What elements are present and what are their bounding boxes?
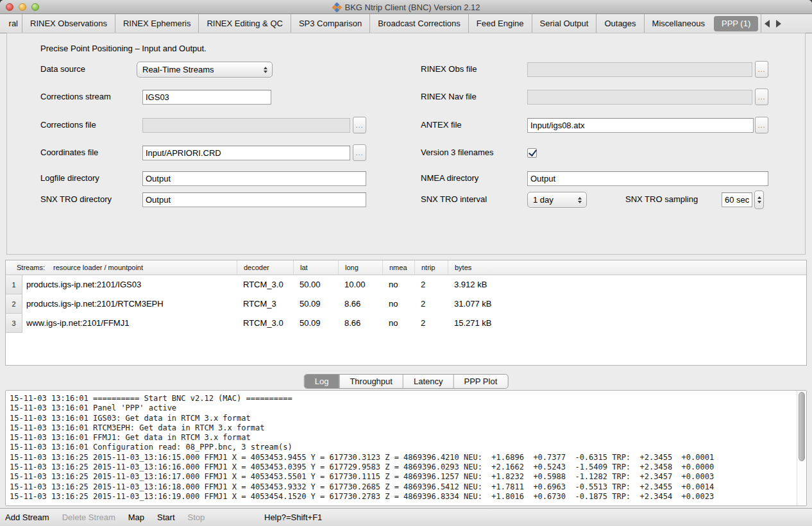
tab-label: SP3 Comparison — [299, 19, 362, 28]
stop-button: Stop — [188, 513, 205, 522]
header-lat[interactable]: lat — [293, 260, 338, 275]
bnc-logo-icon — [332, 3, 342, 12]
cell-lat: 50.00 — [293, 275, 338, 294]
data-source-dropdown[interactable]: Real-Time Streams — [137, 62, 273, 78]
header-nmea[interactable]: nmea — [382, 260, 414, 275]
tab-rinex-editing-qc[interactable]: RINEX Editing & QC — [198, 14, 291, 33]
rinex-nav-browse-button[interactable]: ... — [755, 89, 768, 105]
log-line: 15-11-03 13:16:25 2015-11-03_13:16:17.00… — [10, 472, 795, 482]
log-line: 15-11-03 13:16:25 2015-11-03_13:16:18.00… — [10, 482, 795, 492]
logfile-directory-label: Logfile directory — [40, 171, 99, 186]
log-scrollbar[interactable] — [797, 391, 806, 505]
panel-intro-text: Precise Point Positioning – Input and Ou… — [40, 41, 207, 56]
statusbar: Add Stream Delete Stream Map Start Stop … — [0, 508, 812, 526]
tab-label: RINEX Observations — [30, 19, 107, 28]
log-scrollbar-thumb[interactable] — [799, 392, 805, 461]
cell-decoder: RTCM_3.0 — [237, 275, 293, 294]
header-decoder[interactable]: decoder — [237, 260, 293, 275]
coordinates-file-browse-button[interactable]: ... — [353, 144, 366, 161]
header-bytes[interactable]: bytes — [448, 260, 806, 275]
cell-mountpoint: products.igs-ip.net:2101/RTCM3EPH — [22, 294, 237, 314]
tab-serial-output[interactable]: Serial Output — [532, 14, 596, 33]
cell-mountpoint: products.igs-ip.net:2101/IGS03 — [22, 275, 237, 294]
tab-scroll-left-button[interactable] — [761, 16, 773, 31]
header-ntrip[interactable]: ntrip — [414, 260, 448, 275]
tab-label: Broadcast Corrections — [378, 19, 461, 28]
tab-miscellaneous[interactable]: Miscellaneous — [644, 14, 713, 33]
header-mountpoint[interactable]: Streams:resource loader / mountpoint — [6, 260, 237, 275]
log-line: 15-11-03 13:16:01 Configuration read: 08… — [10, 443, 795, 452]
cell-bytes: 3.912 kB — [448, 275, 806, 294]
corrections-file-browse-button[interactable]: ... — [353, 117, 366, 133]
tab-ppp-plot[interactable]: PPP Plot — [453, 375, 507, 388]
tab-latency[interactable]: Latency — [403, 375, 453, 388]
rinex-nav-file-input — [527, 90, 752, 105]
streams-table-header: Streams:resource loader / mountpoint dec… — [6, 260, 806, 275]
table-row[interactable]: 2 products.igs-ip.net:2101/RTCM3EPH RTCM… — [6, 294, 806, 314]
snx-tro-interval-value: 1 day — [528, 195, 575, 205]
antex-browse-button[interactable]: ... — [755, 117, 768, 133]
rinex-obs-file-label: RINEX Obs file — [421, 62, 477, 77]
table-row[interactable]: 3 www.igs-ip.net:2101/FFMJ1 RTCM_3.0 50.… — [6, 314, 806, 333]
corrections-file-label: Corrections file — [40, 117, 96, 133]
nmea-directory-input[interactable] — [527, 171, 768, 186]
version3-filenames-label: Version 3 filenames — [421, 145, 493, 160]
version3-filenames-checkbox[interactable] — [527, 148, 537, 158]
snx-tro-interval-dropdown[interactable]: 1 day — [527, 192, 587, 208]
tab-rinex-observations[interactable]: RINEX Observations — [22, 14, 115, 33]
tab-label: PPP (1) — [722, 19, 750, 28]
row-number: 2 — [6, 294, 22, 314]
rinex-nav-file-label: RINEX Nav file — [421, 89, 477, 105]
tab-throughput[interactable]: Throughput — [339, 375, 403, 388]
cell-lat: 50.09 — [293, 294, 338, 314]
start-button[interactable]: Start — [157, 513, 174, 522]
log-view[interactable]: 15-11-03 13:16:01 ========== Start BNC v… — [5, 390, 807, 506]
cell-decoder: RTCM_3.0 — [237, 314, 293, 333]
bnc-window: BKG Ntrip Client (BNC) Version 2.12 ral … — [0, 0, 812, 526]
corrections-stream-input[interactable] — [142, 90, 271, 105]
tab-sp3-comparison[interactable]: SP3 Comparison — [291, 14, 369, 33]
log-line: 15-11-03 13:16:01 Panel 'PPP' active — [10, 403, 795, 413]
map-button[interactable]: Map — [128, 513, 144, 522]
cell-mountpoint: www.igs-ip.net:2101/FFMJ1 — [22, 314, 237, 333]
coordinates-file-input[interactable] — [142, 146, 350, 160]
antex-file-input[interactable] — [527, 118, 754, 133]
add-stream-button[interactable]: Add Stream — [5, 513, 49, 522]
logfile-directory-input[interactable] — [142, 171, 366, 186]
log-line: 15-11-03 13:16:25 2015-11-03_13:16:16.00… — [10, 462, 795, 472]
tab-rinex-ephemeris[interactable]: RINEX Ephemeris — [115, 14, 198, 33]
data-source-value: Real-Time Streams — [137, 65, 260, 74]
tab-scroll-right-button[interactable] — [773, 16, 784, 31]
spin-down-icon — [757, 201, 761, 203]
cell-nmea: no — [382, 275, 414, 294]
streams-title: Streams: — [17, 264, 45, 271]
tab-label: Serial Output — [540, 19, 589, 28]
spin-up-icon — [757, 196, 761, 199]
log-line: 15-11-03 13:16:25 2015-11-03_13:16:15.00… — [10, 453, 795, 462]
tab-label: RINEX Ephemeris — [123, 19, 190, 28]
dropdown-stepper-icon — [260, 67, 272, 73]
delete-stream-button: Delete Stream — [62, 513, 115, 522]
snx-tro-sampling-stepper[interactable] — [754, 191, 764, 209]
snx-tro-sampling-input[interactable] — [722, 192, 752, 207]
row-number: 1 — [6, 275, 22, 294]
tab-feed-engine[interactable]: Feed Engine — [468, 14, 532, 33]
snx-tro-directory-input[interactable] — [142, 192, 366, 207]
tab-label: ral — [9, 19, 18, 28]
rinex-obs-browse-button[interactable]: ... — [755, 61, 768, 78]
nmea-directory-label: NMEA directory — [421, 171, 478, 186]
titlebar[interactable]: BKG Ntrip Client (BNC) Version 2.12 — [0, 0, 812, 14]
tab-ppp[interactable]: PPP (1) — [714, 16, 758, 31]
main-tabbar: ral RINEX Observations RINEX Ephemeris R… — [0, 14, 812, 33]
tab-log[interactable]: Log — [305, 375, 339, 388]
antex-file-label: ANTEX file — [421, 117, 462, 133]
tab-outages[interactable]: Outages — [596, 14, 643, 33]
cell-ntrip: 2 — [414, 294, 448, 314]
table-row[interactable]: 1 products.igs-ip.net:2101/IGS03 RTCM_3.… — [6, 275, 806, 294]
tab-label: RINEX Editing & QC — [207, 19, 283, 28]
cell-ntrip: 2 — [414, 275, 448, 294]
rinex-obs-file-input — [527, 62, 752, 77]
tab-general-clipped[interactable]: ral — [0, 14, 22, 33]
header-long[interactable]: long — [338, 260, 382, 275]
tab-broadcast-corrections[interactable]: Broadcast Corrections — [369, 14, 468, 33]
